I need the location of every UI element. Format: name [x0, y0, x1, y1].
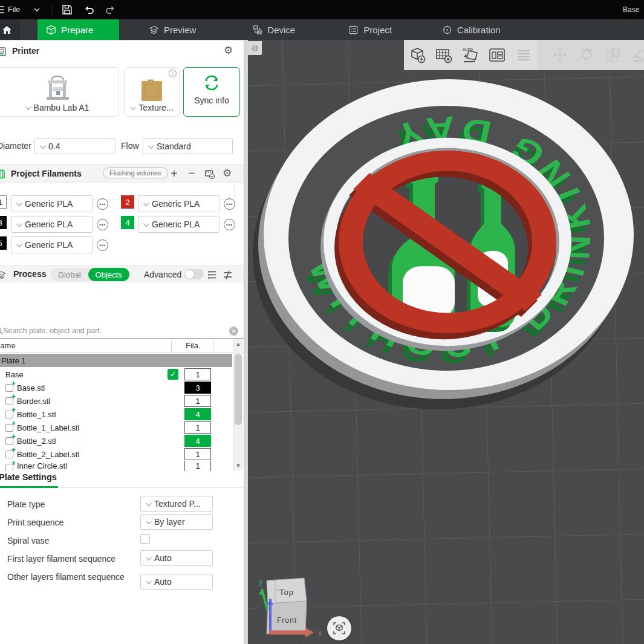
rotate-icon[interactable] — [573, 42, 600, 68]
filament-2-select[interactable]: Generic PLA — [138, 195, 220, 212]
tree-row-base-stl[interactable]: Base.stl 3 — [0, 381, 232, 394]
menu-icon[interactable] — [0, 0, 5, 19]
cube-bracket-icon — [333, 622, 346, 635]
ams-icon[interactable] — [204, 169, 215, 180]
scope-objects[interactable]: Objects — [88, 268, 129, 281]
tune-icon[interactable] — [223, 270, 233, 280]
fila-badge[interactable]: 1 — [184, 461, 211, 471]
filament-4-more-button[interactable]: ••• — [224, 219, 235, 230]
tree-row-border-stl[interactable]: Border.stl 1 — [0, 394, 232, 408]
first-layer-seq-select[interactable]: Auto — [140, 550, 213, 566]
scroll-down-icon[interactable]: ▼ — [233, 461, 243, 470]
tab-calibration[interactable]: Calibration — [434, 19, 509, 40]
tree-row-bottle2-label-stl[interactable]: Bottle_2_Label.stl 1 — [0, 447, 232, 461]
orientation-gizmo[interactable]: Top Front y x — [254, 572, 333, 642]
filament-1-select[interactable]: Generic PLA — [11, 195, 93, 212]
viewport-3d[interactable]: WITHOUT DRINKING DAY WITHOUT DRINKING DA… — [248, 40, 644, 644]
sync-info-button[interactable]: Sync info — [183, 67, 240, 117]
param-list-icon[interactable] — [207, 270, 217, 280]
filament-1-more-button[interactable]: ••• — [97, 198, 108, 210]
fila-badge[interactable]: 1 — [184, 368, 211, 380]
sidebar: Printer ⚙ Bambu Lab A1 i Texture... — [0, 40, 244, 644]
move-icon[interactable] — [547, 42, 573, 68]
lay-flat-icon[interactable] — [626, 42, 644, 68]
fila-badge[interactable]: 3 — [184, 382, 211, 394]
add-filament-button[interactable]: + — [171, 168, 178, 180]
search-row: ✕ — [0, 324, 244, 339]
advanced-toggle[interactable] — [184, 269, 204, 279]
model-badge[interactable]: WITHOUT DRINKING DAY WITHOUT DRINKING DA… — [248, 40, 644, 644]
tab-project[interactable]: Project — [340, 19, 400, 40]
fila-badge[interactable]: 1 — [184, 448, 211, 460]
filament-4-select[interactable]: Generic PLA — [138, 216, 220, 233]
filament-3-more-button[interactable]: ••• — [97, 219, 108, 230]
flushing-volumes-button[interactable]: Flushing volumes — [103, 168, 168, 178]
scrollbar-thumb[interactable] — [235, 354, 242, 425]
scale-icon[interactable] — [600, 42, 626, 68]
plate-info-icon[interactable]: i — [169, 70, 177, 77]
spiral-vase-checkbox[interactable] — [140, 534, 150, 544]
tree-row-bottle2-stl[interactable]: Bottle_2.stl 4 — [0, 434, 232, 447]
plate-combo-chevron-icon[interactable] — [130, 104, 136, 110]
flow-label: Flow — [121, 141, 139, 151]
filament-3-select[interactable]: Generic PLA — [11, 216, 93, 233]
plate-card[interactable]: i Texture... — [124, 67, 180, 117]
scope-global[interactable]: Global — [51, 268, 88, 281]
tree-row-bottle1-stl[interactable]: Bottle_1.stl 4 — [0, 408, 232, 421]
add-model-icon[interactable] — [404, 42, 431, 68]
split-layers-icon[interactable] — [510, 42, 537, 68]
auto-orient-icon[interactable]: AUTO — [457, 42, 484, 68]
plate-type-select[interactable]: Textured P... — [140, 496, 213, 512]
fila-badge[interactable]: 4 — [184, 435, 211, 447]
redo-button[interactable] — [105, 0, 117, 19]
printer-settings-gear-icon[interactable]: ⚙ — [224, 45, 233, 56]
fila-badge[interactable]: 1 — [184, 395, 211, 407]
tab-device[interactable]: Device — [244, 19, 304, 40]
add-plate-icon[interactable] — [431, 42, 457, 68]
filament-icon — [0, 169, 6, 179]
collapse-sidebar-button[interactable]: ⟨|⟩ — [248, 41, 262, 55]
file-menu-chevron-icon[interactable] — [31, 0, 43, 19]
undo-button[interactable] — [83, 0, 95, 19]
panel-scrollbar-gutter[interactable] — [244, 40, 248, 644]
tree-row-bottle1-label-stl[interactable]: Bottle_1_Label.stl 1 — [0, 421, 232, 434]
save-button[interactable] — [61, 0, 73, 19]
scroll-up-icon[interactable]: ▲ — [233, 339, 243, 349]
search-clear-icon[interactable]: ✕ — [229, 327, 238, 336]
filament-5-badge: 5 — [0, 236, 7, 250]
flow-select[interactable]: Standard — [143, 138, 233, 154]
remove-filament-button[interactable]: − — [188, 167, 195, 179]
tree-row-plate[interactable]: Plate 1 — [0, 354, 232, 367]
process-section-title: Process — [13, 269, 46, 279]
filament-5-more-button[interactable]: ••• — [97, 239, 108, 251]
filament-2-more-button[interactable]: ••• — [224, 198, 235, 210]
base-visible-checkbox[interactable]: ✓ — [168, 369, 178, 380]
nozzle-diameter-select[interactable]: 0.4 — [34, 138, 115, 154]
tab-prepare[interactable]: Prepare — [37, 19, 119, 40]
tree-row-inner-circle-stl[interactable]: Inner Circle.stl 1 — [0, 461, 232, 471]
plate-settings-tab[interactable]: Plate Settings — [0, 471, 244, 488]
view-cube-button[interactable] — [327, 616, 351, 640]
filament-settings-gear-icon[interactable]: ⚙ — [223, 168, 232, 178]
tree-row-base[interactable]: Base ✓ 1 — [0, 368, 232, 381]
print-sequence-select[interactable]: By layer — [140, 514, 213, 530]
filament-5-select[interactable]: Generic PLA — [11, 236, 93, 253]
part-icon — [5, 411, 13, 418]
fila-badge[interactable]: 1 — [184, 421, 211, 434]
fila-badge[interactable]: 4 — [184, 408, 211, 420]
printer-card[interactable]: Bambu Lab A1 — [0, 67, 119, 117]
other-layers-seq-label: Other layers filament sequence — [7, 571, 137, 583]
process-scope-toggle[interactable]: Global Objects — [51, 268, 129, 281]
tree-scrollbar[interactable]: ▲ ▼ — [233, 339, 242, 470]
file-menu[interactable]: File — [8, 0, 20, 19]
arrange-icon[interactable] — [484, 42, 510, 68]
printer-combo-chevron-icon[interactable] — [25, 104, 31, 110]
tab-preview[interactable]: Preview — [140, 19, 204, 40]
search-input[interactable] — [3, 327, 229, 335]
plate-type-label: Plate type — [7, 499, 137, 510]
other-layers-seq-select[interactable]: Auto — [140, 574, 213, 590]
printer-section-title: Printer — [12, 46, 39, 56]
tab-preview-label: Preview — [164, 25, 196, 35]
tab-calibration-label: Calibration — [457, 25, 501, 35]
home-button[interactable] — [0, 19, 20, 40]
